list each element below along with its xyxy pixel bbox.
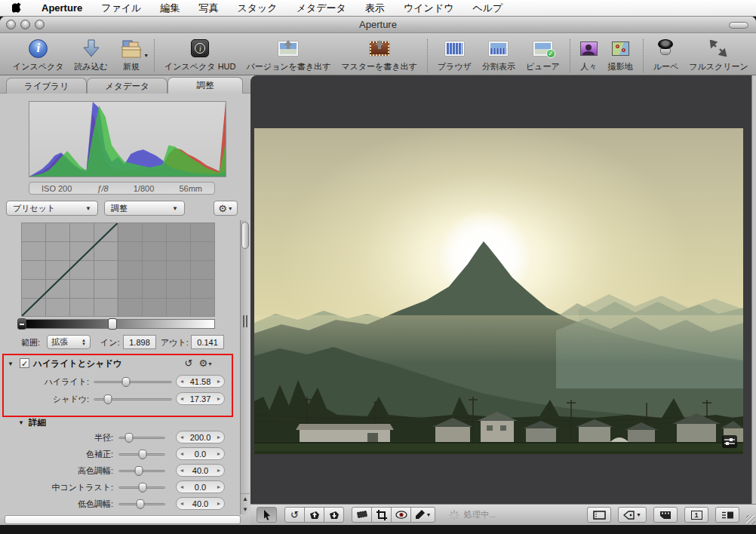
retouch-tool-button[interactable]: ▼ [410, 507, 435, 523]
menu-item-app[interactable]: Aperture [41, 2, 82, 14]
highlights-shadows-checkbox[interactable]: ✓ [20, 358, 29, 368]
viewer-button[interactable]: ✓ ビューア [521, 37, 565, 72]
straighten-tool-button[interactable] [352, 507, 372, 523]
mid-contrast-slider-track[interactable] [118, 486, 165, 489]
high-tonal-width-value-stepper[interactable]: ◂ 40.0 ▸ [176, 464, 225, 477]
increment-arrow-icon[interactable]: ▸ [217, 378, 220, 385]
disclosure-triangle-icon[interactable]: ▼ [18, 419, 24, 426]
menu-item-help[interactable]: ヘルプ [472, 2, 502, 15]
high-tonal-width-slider-track[interactable] [118, 470, 165, 472]
highlight-slider-track[interactable] [94, 381, 172, 383]
menu-item-photos[interactable]: 写真 [198, 2, 218, 15]
curve-in-field[interactable]: 1.898 [123, 335, 156, 349]
scroll-down-arrow[interactable]: ▼ [242, 506, 248, 513]
color-correction-value-stepper[interactable]: ◂ 0.0 ▸ [176, 447, 225, 460]
photo-mountain-sunset[interactable] [254, 128, 743, 454]
increment-arrow-icon[interactable]: ▸ [217, 500, 220, 507]
new-button[interactable]: ▼ 新規 [113, 37, 149, 72]
window-resize-grip[interactable] [746, 515, 755, 524]
promote-image-button[interactable] [304, 507, 324, 523]
toolbar-toggle-button[interactable] [729, 22, 748, 29]
split-view-button[interactable]: 分割表示 [477, 37, 521, 72]
black-point-handle[interactable] [17, 318, 26, 330]
places-button[interactable]: 撮影地 [603, 37, 638, 72]
low-tonal-width-value-stepper[interactable]: ◂ 40.0 ▸ [176, 497, 225, 510]
radius-value-stepper[interactable]: ◂ 200.0 ▸ [176, 431, 225, 443]
preset-popup[interactable]: プリセット▼ [6, 201, 98, 216]
panel-divider-grip[interactable] [241, 315, 249, 327]
panel-bottom-field[interactable] [5, 515, 241, 524]
browser-button[interactable]: ブラウザ [432, 37, 477, 72]
radius-slider-track[interactable] [118, 437, 165, 439]
shadow-value-stepper[interactable]: ◂ 17.37 ▸ [176, 392, 225, 405]
inspector-button[interactable]: i インスペクタ [8, 37, 69, 72]
adjustments-popup[interactable]: 調整▼ [104, 201, 185, 216]
fullscreen-button[interactable]: フルスクリーン [684, 37, 754, 72]
loupe-button[interactable]: ルーペ [648, 37, 684, 72]
disclosure-triangle-icon[interactable]: ▼ [8, 361, 14, 367]
curves-plot[interactable] [21, 222, 215, 317]
levels-gradient-strip[interactable] [21, 319, 215, 329]
decrement-arrow-icon[interactable]: ◂ [180, 378, 183, 385]
scrollbar-thumb[interactable] [241, 222, 249, 249]
export-version-button[interactable]: バージョンを書き出す [241, 37, 337, 72]
decrement-arrow-icon[interactable]: ◂ [180, 500, 183, 507]
gear-icon[interactable]: ⚙▼ [198, 358, 213, 369]
decrement-arrow-icon[interactable]: ◂ [180, 450, 183, 457]
menu-item-view[interactable]: 表示 [365, 2, 385, 15]
low-tonal-width-slider-thumb[interactable] [137, 499, 145, 509]
filmstrip-button[interactable] [653, 507, 678, 523]
menu-item-file[interactable]: ファイル [101, 2, 141, 15]
low-tonal-width-slider-track[interactable] [118, 503, 165, 505]
reset-icon[interactable]: ↺ [185, 358, 193, 369]
keywords-button[interactable]: ▼ [618, 507, 647, 523]
high-tonal-width-slider-thumb[interactable] [135, 466, 143, 476]
color-correction-slider-thumb[interactable] [139, 450, 147, 459]
increment-arrow-icon[interactable]: ▸ [217, 434, 220, 440]
color-correction-slider-track[interactable] [118, 453, 165, 456]
decrement-arrow-icon[interactable]: ◂ [180, 434, 183, 440]
adjustment-action-gear-button[interactable]: ⚙▼ [214, 201, 238, 216]
menu-item-metadata[interactable]: メタデータ [297, 2, 346, 15]
scroll-up-arrow[interactable]: ▲ [242, 496, 248, 502]
mid-contrast-slider-thumb[interactable] [139, 483, 147, 493]
faces-button[interactable]: 人々 [575, 37, 603, 72]
increment-arrow-icon[interactable]: ▸ [217, 467, 220, 474]
minimize-button[interactable] [20, 20, 30, 29]
menu-item-edit[interactable]: 編集 [160, 2, 180, 15]
highlight-value-stepper[interactable]: ◂ 41.58 ▸ [176, 375, 225, 388]
tab-metadata[interactable]: メタデータ [87, 78, 167, 94]
inspector-hud-button[interactable]: i インスペクタ HUD [159, 37, 241, 72]
tab-adjustments[interactable]: 調整 [167, 77, 243, 94]
zoom-button[interactable] [35, 20, 45, 29]
red-eye-tool-button[interactable] [391, 507, 411, 523]
demote-image-button[interactable] [324, 507, 344, 523]
crop-tool-button[interactable] [371, 507, 392, 523]
increment-arrow-icon[interactable]: ▸ [217, 483, 220, 490]
increment-arrow-icon[interactable]: ▸ [217, 395, 220, 402]
rotate-ccw-tool-button[interactable]: ↺ [284, 507, 305, 523]
curve-out-field[interactable]: 0.141 [191, 335, 224, 349]
mid-contrast-value-stepper[interactable]: ◂ 0.0 ▸ [176, 480, 225, 493]
tab-library[interactable]: ライブラリ [6, 78, 87, 94]
show-master-button[interactable] [587, 507, 611, 523]
primary-only-button[interactable]: 1 [684, 507, 708, 523]
shadow-slider-thumb[interactable] [104, 394, 112, 404]
title-bar[interactable]: Aperture [0, 17, 756, 33]
highlight-slider-thumb[interactable] [121, 377, 130, 387]
decrement-arrow-icon[interactable]: ◂ [180, 467, 183, 474]
decrement-arrow-icon[interactable]: ◂ [180, 395, 183, 402]
shadow-slider-track[interactable] [94, 398, 172, 400]
increment-arrow-icon[interactable]: ▸ [217, 450, 220, 457]
viewer-scrollbar-track[interactable] [751, 75, 756, 504]
white-point-handle[interactable] [108, 318, 117, 330]
apple-menu-icon[interactable] [12, 2, 23, 14]
radius-slider-thumb[interactable] [125, 433, 134, 443]
viewer-mode-button[interactable] [715, 507, 739, 523]
range-popup[interactable]: 拡張 ▲▼ [47, 335, 91, 349]
menu-item-window[interactable]: ウインドウ [404, 2, 454, 15]
export-master-button[interactable]: マスターを書き出す [336, 37, 423, 72]
close-button[interactable] [6, 20, 16, 29]
select-tool-button[interactable] [257, 507, 277, 523]
panel-scrollbar[interactable]: ▲ ▼ [240, 220, 250, 514]
